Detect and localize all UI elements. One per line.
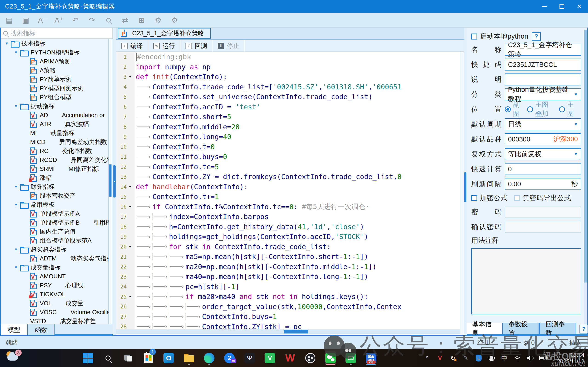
- tree-item[interactable]: V国内生产总值: [1, 227, 109, 236]
- tab-basic-info[interactable]: 基本信息: [467, 323, 502, 334]
- wifi-icon[interactable]: [513, 353, 521, 363]
- code-line[interactable]: 28ContextInfo.ZY[stk] = pc: [116, 322, 460, 330]
- code-line[interactable]: 11ContextInfo.buys=0: [116, 152, 460, 162]
- tree-item[interactable]: PARIMA预测: [1, 57, 109, 66]
- tree-item[interactable]: V涨幅: [1, 173, 109, 182]
- ime-indicator[interactable]: 中: [501, 353, 508, 363]
- code-line[interactable]: 4ContextInfo.trade_code_list=['002415.SZ…: [116, 82, 460, 92]
- tray-sync-icon[interactable]: ↻: [449, 353, 457, 363]
- python-help-button[interactable]: ?: [532, 32, 541, 41]
- category-select[interactable]: Python量化投资基础教程 ▼: [505, 88, 581, 100]
- run-button[interactable]: ∿ 运行: [148, 40, 180, 52]
- strategy-tab[interactable]: P C23_5_1_金字塔补仓策略: [118, 28, 211, 39]
- battery-icon[interactable]: [539, 353, 547, 363]
- confirm-password-input[interactable]: [505, 221, 581, 233]
- find-icon[interactable]: [103, 15, 114, 25]
- tree-item[interactable]: PA策略: [1, 66, 109, 75]
- taskbar-search-button[interactable]: [102, 351, 114, 365]
- left-splitter-handle[interactable]: ◂: [113, 165, 116, 198]
- microsoft-store-button[interactable]: 1: [143, 351, 154, 365]
- code-line[interactable]: 20▼for stk in ContextInfo.trade_code_lis…: [116, 242, 460, 252]
- shortcut-input[interactable]: C2351JZTBCCL: [505, 58, 581, 70]
- symbol-input[interactable]: 000300 沪深300: [505, 133, 581, 145]
- code-line[interactable]: 21ma5=np.mean(h[stk][-ContextInfo.short-…: [116, 252, 460, 262]
- tree-item[interactable]: VRCCD异同离差变化率: [1, 156, 109, 164]
- tree-item[interactable]: PPY模型回测示例: [1, 84, 109, 93]
- tray-shield-icon[interactable]: L: [475, 353, 482, 363]
- tree-item[interactable]: VADAccumulation or: [1, 111, 109, 120]
- code-line[interactable]: 18h=ContextInfo.get_history_data(41,'1d'…: [116, 222, 460, 232]
- code-line[interactable]: 26order_target_value(stk,100000,ContextI…: [116, 302, 460, 312]
- tray-red-app-icon[interactable]: V: [436, 353, 444, 363]
- search-box[interactable]: 搜索指标: [1, 28, 113, 39]
- tree-folder[interactable]: ▼超买超卖指标: [1, 245, 109, 254]
- tree-scrollbar[interactable]: [109, 39, 112, 324]
- obs-button[interactable]: [305, 351, 316, 365]
- game-app-button[interactable]: Ψ: [244, 351, 255, 365]
- ai-browser-button[interactable]: 2AI: [224, 351, 235, 365]
- refresh-input[interactable]: 0.00 秒: [505, 178, 581, 190]
- taskbar-clock[interactable]: 23:14 2025/11/12: [557, 352, 584, 365]
- code-line[interactable]: 7ContextInfo.short=5: [116, 112, 460, 122]
- minimize-button[interactable]: [536, 0, 553, 13]
- code-line[interactable]: 17index=ContextInfo.barpos: [116, 212, 460, 222]
- task-view-button[interactable]: [123, 351, 134, 365]
- redo-icon[interactable]: ↷: [87, 15, 97, 25]
- tab-function[interactable]: 函数: [28, 324, 55, 335]
- import-export-icon[interactable]: ⇄: [120, 15, 130, 25]
- adjust-select[interactable]: 等比前复权 ▼: [505, 148, 581, 160]
- code-line[interactable]: 9ContextInfo.long=40: [116, 132, 460, 142]
- fold-marker-icon[interactable]: ▼: [127, 75, 134, 79]
- tree-item[interactable]: VADTM动态买卖气指标: [1, 254, 109, 263]
- edge-button[interactable]: [204, 351, 215, 365]
- tree-item[interactable]: VSTD成交量标准差: [1, 317, 109, 324]
- qmt-button[interactable]: 国金QMT VIP: [366, 351, 376, 365]
- fold-marker-icon[interactable]: ▼: [127, 295, 134, 298]
- code-editor[interactable]: 1#encoding:gbk2import numpy as np3▼def i…: [116, 52, 460, 329]
- tree-folder[interactable]: ▼常用模板: [1, 200, 109, 209]
- undo-icon[interactable]: ↶: [70, 15, 80, 25]
- weather-widget[interactable]: 3: [6, 351, 21, 365]
- right-splitter[interactable]: [464, 28, 467, 335]
- quick-calc-input[interactable]: 0: [505, 163, 581, 175]
- tree-item[interactable]: PPY简单示例: [1, 75, 109, 84]
- tree-folder[interactable]: ▼财务指标: [1, 182, 109, 191]
- maximize-button[interactable]: [553, 0, 571, 13]
- vertical-scrollbar[interactable]: [460, 52, 464, 334]
- file-explorer-button[interactable]: [183, 351, 195, 365]
- usage-note-textarea[interactable]: [471, 248, 581, 314]
- fold-marker-icon[interactable]: ▼: [127, 205, 134, 209]
- tree-item[interactable]: VRC变化率指数: [1, 147, 109, 156]
- save-icon[interactable]: ▤: [4, 15, 14, 25]
- code-line[interactable]: 16▼if ContextInfo.t%ContextInfo.tc==0: #…: [116, 202, 460, 212]
- code-line[interactable]: 12ContextInfo.tc=5: [116, 162, 460, 172]
- script-settings-icon[interactable]: ⚙: [153, 15, 163, 25]
- outlook-button[interactable]: O: [163, 351, 174, 365]
- password-export-checkbox[interactable]: [514, 195, 520, 201]
- start-button[interactable]: [82, 351, 93, 365]
- tree-item[interactable]: VVOL成交量: [1, 299, 109, 308]
- horizontal-scrollbar-thumb[interactable]: [284, 330, 308, 334]
- code-line[interactable]: 24pc=h[stk][-1]: [116, 282, 460, 292]
- tree-item[interactable]: VPSY心理线: [1, 281, 109, 290]
- script-settings-2-icon[interactable]: ⚙: [170, 15, 180, 25]
- code-line[interactable]: 13ContextInfo.ZY = dict.fromkeys(Context…: [116, 172, 460, 182]
- tree-item[interactable]: PPY组合模型: [1, 93, 109, 102]
- radio-subchart[interactable]: [505, 106, 511, 112]
- code-line[interactable]: 15ContextInfo.t+=1: [116, 192, 460, 202]
- backtest-button[interactable]: ✓ 回测: [180, 40, 213, 52]
- panel-scrollbar-thumb[interactable]: [584, 30, 587, 283]
- tree-item[interactable]: V单股模型示例B引用模: [1, 218, 109, 227]
- radio-mainchart[interactable]: [559, 106, 565, 112]
- green-v-app-button[interactable]: V: [264, 351, 275, 365]
- tree-item[interactable]: VSRMIMI修正指标: [1, 164, 109, 173]
- tray-expand-chevron[interactable]: ^: [423, 353, 431, 363]
- wechat-button[interactable]: [325, 351, 336, 365]
- radio-mainchart-overlay[interactable]: [527, 106, 533, 112]
- password-input[interactable]: [505, 206, 581, 218]
- tray-pen-icon[interactable]: ✎: [462, 353, 469, 363]
- font-increase-icon[interactable]: A⁺: [54, 15, 64, 25]
- description-input[interactable]: [505, 74, 581, 85]
- code-line[interactable]: 8ContextInfo.middle=20: [116, 122, 460, 132]
- code-line[interactable]: 23ma40=np.mean(h[stk][-ContextInfo.long-…: [116, 272, 460, 282]
